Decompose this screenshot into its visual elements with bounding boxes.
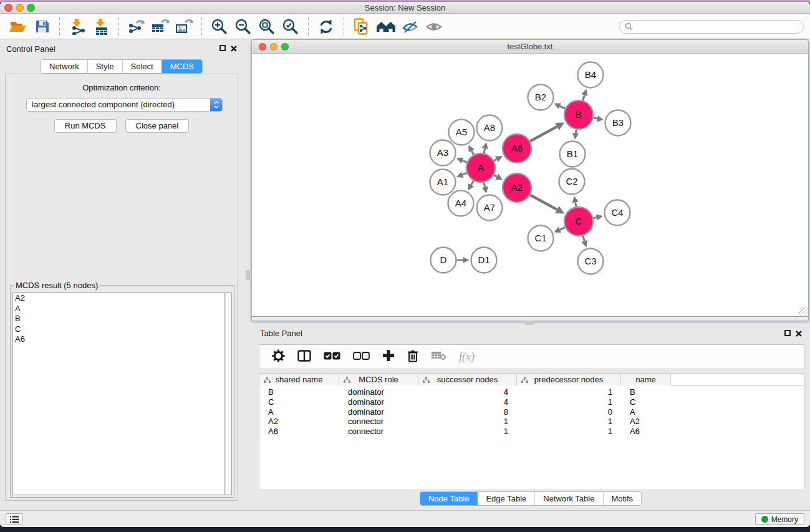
network-edge[interactable]	[560, 228, 565, 230]
network-edge[interactable]	[471, 151, 473, 155]
network-edge[interactable]	[484, 182, 485, 186]
table-cell[interactable]: C	[259, 397, 339, 407]
network-window-titlebar[interactable]: testGlobe.txt	[252, 40, 808, 54]
tab-network-table[interactable]: Network Table	[534, 492, 602, 505]
export-image-button[interactable]	[175, 17, 193, 37]
table-row[interactable]: Adominator80A	[259, 407, 804, 417]
table-cell[interactable]: A	[621, 407, 671, 417]
network-edge[interactable]	[594, 118, 597, 118]
table-cell[interactable]: 8	[418, 407, 517, 417]
network-edge[interactable]	[560, 106, 565, 109]
tab-select[interactable]: Select	[122, 60, 162, 73]
export-table-button[interactable]	[151, 17, 170, 37]
save-session-button[interactable]	[32, 17, 51, 37]
network-edge[interactable]	[471, 181, 474, 185]
zoom-out-button[interactable]	[234, 17, 253, 37]
table-cell[interactable]: A	[259, 407, 339, 417]
network-edge[interactable]	[494, 159, 496, 160]
network-edge[interactable]	[484, 148, 485, 153]
table-cell[interactable]: A6	[259, 427, 339, 437]
function-builder-button[interactable]: f(x)	[459, 351, 475, 364]
mcds-result-item[interactable]: A6	[13, 334, 224, 345]
float-table-panel-icon[interactable]	[784, 330, 791, 336]
tab-motifs[interactable]: Motifs	[602, 492, 641, 505]
network-canvas[interactable]: B4B2BB3B1A5A8A6A3AA1A2A4A7C2C4CC1C3DD1	[252, 54, 808, 317]
mcds-result-item[interactable]: C	[13, 324, 224, 335]
export-network-button[interactable]	[127, 17, 146, 37]
table-cell[interactable]: 1	[517, 387, 621, 397]
network-edge[interactable]	[530, 195, 557, 210]
table-cell[interactable]: dominator	[339, 397, 418, 407]
refresh-button[interactable]	[317, 17, 335, 37]
table-row[interactable]: A2connector11A2	[259, 417, 804, 427]
table-cell[interactable]: B	[621, 387, 671, 397]
delete-table-button[interactable]	[431, 351, 446, 363]
column-header-mcds-role[interactable]: MCDS role	[339, 374, 418, 385]
column-header-shared-name[interactable]: shared name	[259, 374, 339, 385]
table-cell[interactable]: 4	[418, 397, 517, 407]
tab-edge-table[interactable]: Edge Table	[477, 492, 534, 505]
vertical-splitter-handle[interactable]	[246, 270, 250, 280]
table-cell[interactable]: 1	[517, 427, 621, 437]
close-panel-icon[interactable]	[230, 45, 238, 52]
open-file-button[interactable]	[9, 17, 27, 37]
mcds-result-item[interactable]: B	[13, 314, 224, 324]
search-field[interactable]	[619, 20, 804, 34]
table-cell[interactable]: A2	[621, 417, 671, 427]
import-network-button[interactable]	[68, 17, 87, 37]
table-cell[interactable]: 0	[517, 407, 621, 417]
mcds-result-scrollbar[interactable]	[225, 293, 232, 495]
table-cell[interactable]: dominator	[339, 407, 418, 417]
table-cell[interactable]: A2	[259, 417, 339, 427]
zoom-selected-button[interactable]	[281, 17, 300, 37]
network-edge[interactable]	[576, 130, 576, 133]
network-edge[interactable]	[494, 175, 497, 177]
show-column-panel-button[interactable]	[297, 350, 311, 364]
table-cell[interactable]: connector	[339, 427, 418, 437]
table-row[interactable]: Cdominator41C	[259, 397, 804, 407]
table-settings-button[interactable]	[272, 349, 285, 365]
zoom-in-button[interactable]	[210, 17, 229, 37]
table-cell[interactable]: dominator	[339, 387, 418, 397]
mcds-result-item[interactable]: A	[13, 304, 224, 314]
column-header-name[interactable]: name	[621, 374, 671, 385]
node-table[interactable]: shared nameMCDS rolesuccessor nodesprede…	[259, 373, 804, 490]
window-titlebar[interactable]: Session: New Session	[0, 2, 810, 14]
column-header-predecessor-nodes[interactable]: predecessor nodes	[517, 374, 621, 385]
resize-grip-icon[interactable]	[799, 307, 808, 316]
select-all-button[interactable]	[324, 351, 340, 362]
network-graph[interactable]: B4B2BB3B1A5A8A6A3AA1A2A4A7C2C4CC1C3DD1	[252, 54, 808, 317]
search-input[interactable]	[636, 21, 798, 32]
duplicate-network-button[interactable]	[352, 17, 371, 37]
optimization-criterion-select[interactable]: largest connected component (directed)	[26, 98, 223, 112]
run-mcds-button[interactable]: Run MCDS	[54, 119, 117, 133]
tab-network[interactable]: Network	[41, 60, 87, 73]
home-button[interactable]	[376, 17, 396, 37]
tab-node-table[interactable]: Node Table	[420, 492, 478, 505]
tab-mcds[interactable]: MCDS	[162, 60, 202, 73]
mcds-result-item[interactable]: A2	[13, 293, 224, 304]
task-history-button[interactable]	[6, 513, 23, 525]
table-cell[interactable]: A6	[621, 427, 671, 437]
column-header-successor-nodes[interactable]: successor nodes	[418, 374, 517, 385]
network-edge[interactable]	[530, 127, 557, 142]
table-cell[interactable]: 4	[418, 387, 517, 397]
network-edge[interactable]	[463, 173, 467, 175]
table-cell[interactable]: 1	[418, 427, 517, 437]
memory-button[interactable]: Memory	[755, 513, 804, 525]
show-graphics-details-button[interactable]	[425, 17, 443, 37]
network-edge[interactable]	[576, 202, 576, 206]
table-cell[interactable]: 1	[517, 417, 621, 427]
table-row[interactable]: Bdominator41B	[259, 387, 804, 397]
table-cell[interactable]: C	[621, 397, 671, 407]
close-panel-button[interactable]: Close panel	[125, 119, 190, 133]
close-table-panel-icon[interactable]	[795, 330, 803, 337]
table-row[interactable]: A6connector11A6	[259, 427, 804, 437]
deselect-all-button[interactable]	[353, 351, 370, 362]
network-edge[interactable]	[463, 160, 467, 162]
network-edge[interactable]	[593, 217, 597, 218]
mcds-result-list[interactable]: A2ABCA6	[12, 293, 225, 495]
import-table-button[interactable]	[92, 17, 110, 37]
table-cell[interactable]: 1	[517, 397, 621, 407]
float-panel-icon[interactable]	[219, 45, 226, 51]
